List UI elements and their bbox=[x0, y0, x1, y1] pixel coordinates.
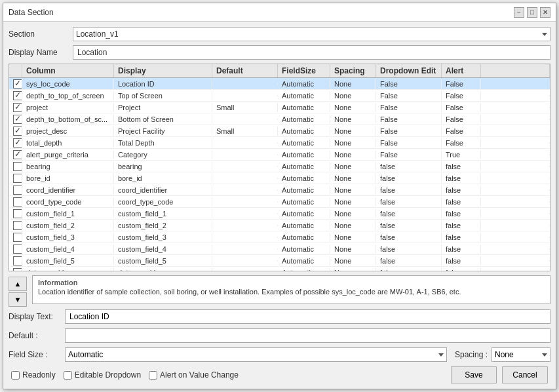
row-dropdown: False bbox=[376, 127, 442, 136]
row-checkbox[interactable] bbox=[13, 115, 22, 124]
row-display: custom_field_2 bbox=[114, 221, 212, 230]
table-row[interactable]: depth_to_bottom_of_sc...Bottom of Screen… bbox=[9, 113, 550, 125]
row-column: custom_field_1 bbox=[22, 209, 114, 218]
table-row[interactable]: custom_field_3custom_field_3AutomaticNon… bbox=[9, 231, 550, 243]
table-row[interactable]: coord_type_codecoord_type_codeAutomaticN… bbox=[9, 196, 550, 208]
row-default bbox=[212, 260, 278, 262]
readonly-checkbox-item[interactable]: Readonly bbox=[11, 370, 56, 380]
table-row[interactable]: bearingbearingAutomaticNonefalsefalse bbox=[9, 161, 550, 172]
editable-dropdown-checkbox[interactable] bbox=[64, 371, 72, 380]
editable-dropdown-checkbox-item[interactable]: Editable Dropdown bbox=[64, 370, 141, 380]
row-spacing: None bbox=[330, 162, 376, 171]
table-row[interactable]: alert_purge_criteriaCategoryAutomaticNon… bbox=[9, 149, 550, 161]
row-fieldsize: Automatic bbox=[278, 268, 330, 271]
row-checkbox[interactable] bbox=[13, 245, 22, 254]
row-checkbox-cell bbox=[9, 102, 22, 112]
table-row[interactable]: data_providerdata_providerAutomaticNonef… bbox=[9, 267, 550, 271]
row-display: coord_type_code bbox=[114, 197, 212, 206]
alert-on-value-checkbox-item[interactable]: Alert on Value Change bbox=[149, 370, 239, 380]
row-spacing: None bbox=[330, 221, 376, 230]
minimize-button[interactable]: − bbox=[514, 7, 524, 18]
row-checkbox[interactable] bbox=[13, 197, 22, 206]
display-name-input[interactable] bbox=[73, 45, 550, 60]
move-up-button[interactable]: ▲ bbox=[9, 277, 27, 291]
table-row[interactable]: coord_identifiercoord_identifierAutomati… bbox=[9, 184, 550, 196]
row-checkbox-cell bbox=[9, 172, 22, 183]
th-dropdown: Dropdown Edit bbox=[376, 64, 442, 77]
row-extra bbox=[481, 95, 550, 96]
row-column: depth_to_bottom_of_sc... bbox=[22, 115, 114, 124]
row-checkbox[interactable] bbox=[13, 268, 22, 271]
row-checkbox[interactable] bbox=[13, 256, 22, 265]
row-column: project bbox=[22, 103, 114, 112]
row-alert: false bbox=[442, 186, 481, 195]
row-checkbox-cell bbox=[9, 267, 22, 271]
table-row[interactable]: custom_field_4custom_field_4AutomaticNon… bbox=[9, 243, 550, 255]
close-button[interactable]: ✕ bbox=[540, 7, 550, 18]
row-alert: false bbox=[442, 268, 481, 271]
row-dropdown: false bbox=[376, 197, 442, 206]
row-spacing: None bbox=[330, 127, 376, 136]
info-box: Information Location identifier of sampl… bbox=[32, 275, 550, 304]
row-dropdown: false bbox=[376, 233, 442, 242]
row-checkbox-cell bbox=[9, 208, 22, 218]
table-body: sys_loc_codeLocation IDAutomaticNoneFals… bbox=[9, 78, 550, 271]
field-size-select[interactable]: Automatic Small Medium Large bbox=[65, 347, 447, 362]
row-checkbox[interactable] bbox=[13, 127, 22, 136]
row-display: custom_field_5 bbox=[114, 256, 212, 265]
row-dropdown: False bbox=[376, 91, 442, 100]
table-row[interactable]: project_descProject FacilitySmallAutomat… bbox=[9, 125, 550, 137]
row-dropdown: false bbox=[376, 268, 442, 271]
row-checkbox[interactable] bbox=[13, 150, 22, 159]
display-text-input[interactable] bbox=[65, 309, 550, 324]
alert-on-value-checkbox[interactable] bbox=[149, 371, 157, 380]
row-column: depth_to_top_of_screen bbox=[22, 91, 114, 100]
row-extra bbox=[481, 107, 550, 108]
row-checkbox[interactable] bbox=[13, 138, 22, 147]
row-checkbox[interactable] bbox=[13, 79, 22, 88]
spacing-select[interactable]: None Small Medium Large bbox=[492, 347, 550, 362]
row-display: Category bbox=[114, 150, 212, 159]
row-display: coord_identifier bbox=[114, 186, 212, 195]
row-fieldsize: Automatic bbox=[278, 233, 330, 242]
table-row[interactable]: custom_field_1custom_field_1AutomaticNon… bbox=[9, 208, 550, 220]
readonly-checkbox[interactable] bbox=[11, 371, 20, 380]
row-checkbox[interactable] bbox=[13, 103, 22, 112]
table-row[interactable]: depth_to_top_of_screenTop of ScreenAutom… bbox=[9, 90, 550, 102]
cancel-button[interactable]: Cancel bbox=[502, 366, 548, 383]
checkbox-row: Readonly Editable Dropdown Alert on Valu… bbox=[11, 370, 239, 380]
row-checkbox[interactable] bbox=[13, 174, 22, 183]
row-column: alert_purge_criteria bbox=[22, 150, 114, 159]
row-checkbox[interactable] bbox=[13, 162, 22, 171]
row-extra bbox=[481, 178, 550, 179]
row-display: Total Depth bbox=[114, 138, 212, 147]
table-row[interactable]: bore_idbore_idAutomaticNonefalsefalse bbox=[9, 172, 550, 184]
maximize-button[interactable]: □ bbox=[527, 7, 537, 18]
row-default bbox=[212, 189, 278, 191]
row-default bbox=[212, 83, 278, 85]
row-fieldsize: Automatic bbox=[278, 79, 330, 88]
section-select[interactable]: Location_v1 bbox=[73, 27, 550, 41]
row-checkbox[interactable] bbox=[13, 186, 22, 195]
default-input[interactable] bbox=[65, 328, 550, 343]
window-content: Section Location_v1 Display Name Column … bbox=[3, 22, 556, 389]
row-checkbox[interactable] bbox=[13, 233, 22, 242]
table-row[interactable]: custom_field_5custom_field_5AutomaticNon… bbox=[9, 255, 550, 267]
row-checkbox[interactable] bbox=[13, 209, 22, 218]
row-fieldsize: Automatic bbox=[278, 127, 330, 136]
table-row[interactable]: sys_loc_codeLocation IDAutomaticNoneFals… bbox=[9, 78, 550, 90]
row-fieldsize: Automatic bbox=[278, 103, 330, 112]
row-extra bbox=[481, 154, 550, 155]
table-row[interactable]: custom_field_2custom_field_2AutomaticNon… bbox=[9, 220, 550, 231]
table-row[interactable]: total_depthTotal DepthAutomaticNoneFalse… bbox=[9, 137, 550, 149]
row-checkbox[interactable] bbox=[13, 221, 22, 230]
row-column: custom_field_4 bbox=[22, 245, 114, 254]
move-down-button[interactable]: ▼ bbox=[9, 292, 27, 307]
row-extra bbox=[481, 189, 550, 191]
table-row[interactable]: projectProjectSmallAutomaticNoneFalseFal… bbox=[9, 102, 550, 113]
row-checkbox[interactable] bbox=[13, 91, 22, 100]
save-button[interactable]: Save bbox=[451, 366, 497, 383]
display-text-label: Display Text: bbox=[9, 312, 61, 321]
row-checkbox-cell bbox=[9, 113, 22, 124]
row-default bbox=[212, 178, 278, 179]
